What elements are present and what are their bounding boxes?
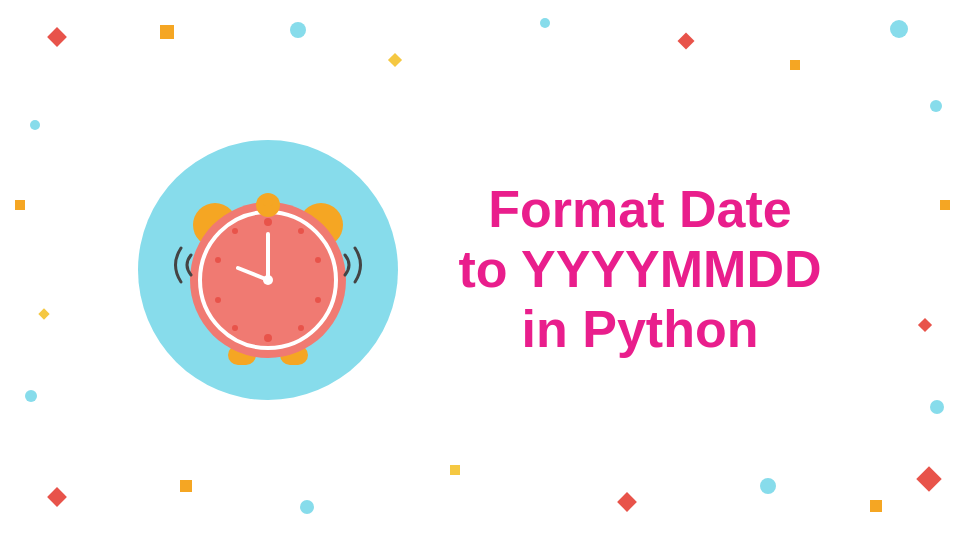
svg-point-9 bbox=[315, 257, 321, 263]
svg-point-14 bbox=[215, 297, 221, 303]
decoration-shape bbox=[47, 27, 67, 47]
clock-illustration bbox=[138, 140, 398, 400]
decoration-shape bbox=[30, 120, 40, 130]
svg-rect-21 bbox=[263, 198, 273, 206]
decoration-shape bbox=[890, 20, 908, 38]
decoration-shape bbox=[15, 200, 25, 210]
decoration-shape bbox=[290, 22, 306, 38]
decoration-shape bbox=[38, 308, 49, 319]
decoration-shape bbox=[790, 60, 800, 70]
page-container: Format Date to YYYYMMDD in Python bbox=[0, 0, 960, 540]
svg-point-10 bbox=[315, 297, 321, 303]
decoration-shape bbox=[47, 487, 67, 507]
decoration-shape bbox=[930, 400, 944, 414]
decoration-shape bbox=[180, 480, 192, 492]
decoration-shape bbox=[678, 33, 695, 50]
decoration-shape bbox=[450, 465, 460, 475]
decoration-shape bbox=[25, 390, 37, 402]
decoration-shape bbox=[540, 18, 550, 28]
title-block: Format Date to YYYYMMDD in Python bbox=[458, 180, 821, 359]
decoration-shape bbox=[930, 100, 942, 112]
decoration-shape bbox=[870, 500, 882, 512]
svg-point-19 bbox=[263, 275, 273, 285]
svg-point-16 bbox=[232, 228, 238, 234]
decoration-shape bbox=[300, 500, 314, 514]
title-line2: to YYYYMMDD bbox=[458, 240, 821, 300]
decoration-shape bbox=[940, 200, 950, 210]
svg-point-13 bbox=[232, 325, 238, 331]
title-line1: Format Date bbox=[458, 180, 821, 240]
decoration-shape bbox=[916, 466, 941, 491]
decoration-shape bbox=[918, 318, 932, 332]
main-content: Format Date to YYYYMMDD in Python bbox=[138, 140, 821, 400]
svg-point-11 bbox=[298, 325, 304, 331]
svg-point-8 bbox=[298, 228, 304, 234]
svg-point-7 bbox=[264, 218, 272, 226]
decoration-shape bbox=[760, 478, 776, 494]
main-title: Format Date to YYYYMMDD in Python bbox=[458, 180, 821, 359]
title-line3: in Python bbox=[458, 300, 821, 360]
svg-point-12 bbox=[264, 334, 272, 342]
svg-point-15 bbox=[215, 257, 221, 263]
decoration-shape bbox=[617, 492, 637, 512]
decoration-shape bbox=[160, 25, 174, 39]
alarm-clock-svg bbox=[163, 160, 373, 380]
decoration-shape bbox=[388, 53, 402, 67]
